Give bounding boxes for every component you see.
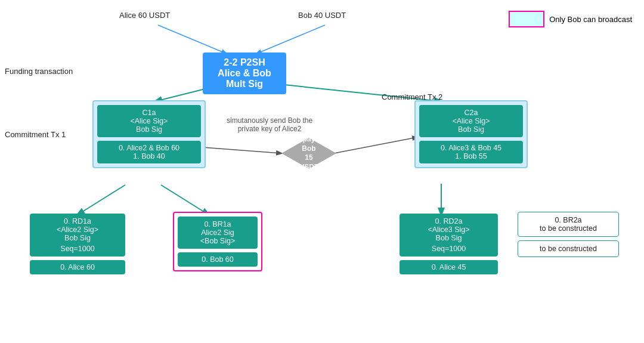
bob-amount-label: Bob 40 USDT [298, 11, 346, 20]
c2a-main-box: C2a <Alice Sig> Bob Sig [419, 105, 523, 137]
br2a-group: 0. BR2a to be constructed to be construc… [518, 212, 619, 257]
legend-box [509, 11, 544, 27]
c1a-output2: 1. Bob 40 [103, 152, 195, 160]
p2sh-line2: Alice & Bob Mult Sig [210, 68, 279, 89]
br1a-line1: 0. BR1a [184, 220, 252, 228]
rd1a-line1: 0. RD1a [36, 217, 119, 225]
rd1a-output-box: 0. Alice 60 [30, 260, 125, 274]
p2sh-box: 2-2 P2SH Alice & Bob Mult Sig [203, 52, 286, 94]
br1a-line2: Alice2 Sig [184, 228, 252, 237]
c1a-output-box: 0. Alice2 & Bob 60 1. Bob 40 [97, 141, 201, 163]
middle-text: simutanously send Bob the private key of… [227, 116, 312, 133]
br2a-title: 0. BR2a [524, 216, 612, 224]
rd2a-line1: 0. RD2a [405, 217, 492, 225]
rd2a-line2: <Alice3 Sig> [405, 225, 492, 234]
commitment-tx1-label: Commitment Tx 1 [5, 130, 66, 139]
rd2a-output: 0. Alice 45 [405, 263, 492, 271]
br1a-output-box: 0. Bob 60 [178, 252, 258, 267]
p2sh-line1: 2-2 P2SH [210, 57, 279, 68]
arrows-svg [0, 0, 644, 343]
funding-tx-label: Funding transaction [5, 67, 73, 76]
svg-line-5 [161, 185, 209, 215]
middle-text-line1: simutanously send Bob the [227, 116, 312, 125]
alice-amount-label: Alice 60 USDT [119, 11, 170, 20]
c1a-line2: <Alice Sig> [103, 117, 195, 125]
br1a-output: 0. Bob 60 [184, 255, 252, 264]
br1a-wrapper: 0. BR1a Alice2 Sig <Bob Sig> 0. Bob 60 [173, 212, 262, 271]
diamond-container: pay Bob 15 USDT [281, 138, 336, 169]
svg-line-8 [203, 147, 281, 153]
c2a-output2: 1. Bob 55 [425, 152, 517, 160]
c1a-wrapper: C1a <Alice Sig> Bob Sig 0. Alice2 & Bob … [92, 100, 206, 168]
br1a-main-box: 0. BR1a Alice2 Sig <Bob Sig> [178, 217, 258, 249]
c2a-title: C2a [425, 109, 517, 117]
br1a-line3: <Bob Sig> [184, 237, 252, 245]
c1a-main-box: C1a <Alice Sig> Bob Sig [97, 105, 201, 137]
diagram: Only Bob can broadcast Alice 60 USDT Bob… [0, 0, 644, 343]
legend: Only Bob can broadcast [509, 11, 632, 27]
br2a-line1: to be constructed [524, 224, 612, 233]
c1a-output1: 0. Alice2 & Bob 60 [103, 144, 195, 152]
c2a-line3: Bob Sig [425, 125, 517, 134]
rd1a-line3: Bob Sig [36, 234, 119, 242]
rd1a-seq: Seq=1000 [36, 245, 119, 253]
br2a-line2: to be constructed [524, 245, 612, 253]
middle-text-line2: private key of Alice2 [227, 125, 312, 133]
c2a-line2: <Alice Sig> [425, 117, 517, 125]
rd2a-line3: Bob Sig [405, 234, 492, 242]
c2a-output-box: 0. Alice3 & Bob 45 1. Bob 55 [419, 141, 523, 163]
svg-line-4 [78, 185, 125, 215]
svg-line-7 [334, 137, 417, 153]
svg-line-0 [158, 25, 227, 54]
c1a-line3: Bob Sig [103, 125, 195, 134]
br2a-title-box: 0. BR2a to be constructed [518, 212, 619, 237]
svg-line-1 [256, 25, 325, 54]
rd1a-line2: <Alice2 Sig> [36, 225, 119, 234]
legend-label: Only Bob can broadcast [549, 15, 632, 24]
br2a-output-box: to be constructed [518, 240, 619, 257]
c1a-title: C1a [103, 109, 195, 117]
rd2a-group: 0. RD2a <Alice3 Sig> Bob Sig Seq=1000 0.… [400, 214, 498, 274]
rd2a-output-box: 0. Alice 45 [400, 260, 498, 274]
c2a-wrapper: C2a <Alice Sig> Bob Sig 0. Alice3 & Bob … [414, 100, 528, 168]
c2a-output1: 0. Alice3 & Bob 45 [425, 144, 517, 152]
rd1a-main-box: 0. RD1a <Alice2 Sig> Bob Sig Seq=1000 [30, 214, 125, 257]
rd1a-group: 0. RD1a <Alice2 Sig> Bob Sig Seq=1000 0.… [30, 214, 125, 274]
rd2a-main-box: 0. RD2a <Alice3 Sig> Bob Sig Seq=1000 [400, 214, 498, 257]
rd1a-output: 0. Alice 60 [36, 263, 119, 271]
rd2a-seq: Seq=1000 [405, 245, 492, 253]
